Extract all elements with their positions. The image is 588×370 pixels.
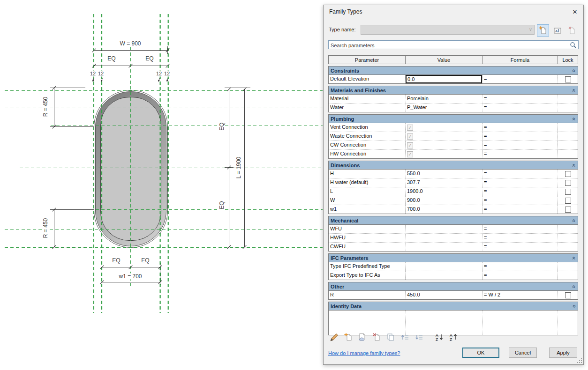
param-formula-cell[interactable]: = xyxy=(482,262,558,271)
param-formula-cell[interactable]: = xyxy=(482,187,558,196)
param-formula-cell[interactable]: = xyxy=(482,150,558,158)
param-formula-cell[interactable]: = xyxy=(482,205,558,214)
dimension-line-r-top[interactable] xyxy=(54,88,54,126)
reference-plane[interactable] xyxy=(5,229,323,230)
lock-checkbox[interactable] xyxy=(565,292,571,298)
collapse-icon[interactable]: « xyxy=(572,69,577,72)
lock-checkbox[interactable] xyxy=(565,198,571,204)
reference-plane[interactable] xyxy=(95,14,95,313)
param-lock-cell[interactable] xyxy=(558,132,578,141)
move-up-icon[interactable] xyxy=(400,332,410,342)
param-lock-cell[interactable] xyxy=(558,95,578,103)
section-header-constraints[interactable]: Constraints« xyxy=(329,67,578,75)
shared-parameter-icon[interactable] xyxy=(357,332,368,342)
reference-plane[interactable] xyxy=(51,126,323,126)
reference-plane[interactable] xyxy=(93,14,94,313)
param-value-cell[interactable]: ✓ xyxy=(406,123,482,132)
param-formula-cell[interactable]: = xyxy=(482,141,558,149)
reference-plane[interactable] xyxy=(167,14,167,313)
lock-checkbox[interactable] xyxy=(565,207,571,213)
param-formula-cell[interactable]: = xyxy=(482,196,558,205)
param-value-cell[interactable] xyxy=(406,271,482,280)
dim-label-eq[interactable]: EQ xyxy=(106,56,116,62)
param-value-cell[interactable]: P_Water xyxy=(406,104,482,112)
section-header-materials-and-finishes[interactable]: Materials and Finishes« xyxy=(329,86,578,95)
dimension-line-w1[interactable] xyxy=(102,282,160,282)
collapse-icon[interactable]: « xyxy=(572,163,577,167)
param-formula-cell[interactable]: = xyxy=(482,104,558,112)
param-formula-cell[interactable]: = xyxy=(482,170,558,178)
collapse-icon[interactable]: « xyxy=(572,219,577,222)
param-lock-cell[interactable] xyxy=(558,196,578,205)
dim-label-eq[interactable]: EQ xyxy=(111,258,121,264)
param-formula-cell[interactable]: = W / 2 xyxy=(482,291,558,299)
lock-checkbox[interactable] xyxy=(565,180,571,186)
reference-plane[interactable] xyxy=(5,90,323,91)
param-formula-cell[interactable]: = xyxy=(482,225,558,233)
section-header-ifc-parameters[interactable]: IFC Parameters« xyxy=(329,254,578,262)
param-formula-cell[interactable]: = xyxy=(482,75,558,83)
cancel-button[interactable]: Cancel xyxy=(509,348,537,358)
checked-checkbox[interactable]: ✓ xyxy=(407,125,413,131)
param-value-cell[interactable] xyxy=(406,262,482,271)
dim-label-eq[interactable]: EQ xyxy=(144,56,154,62)
search-parameters-box[interactable] xyxy=(328,40,579,49)
param-value-cell[interactable]: Porcelain xyxy=(406,95,482,103)
dim-label-eq[interactable]: EQ xyxy=(219,200,225,210)
collapse-icon[interactable]: « xyxy=(572,89,577,92)
sort-ascending-icon[interactable]: A Z xyxy=(434,332,445,342)
param-lock-cell[interactable] xyxy=(558,243,578,251)
reference-plane[interactable] xyxy=(5,108,323,108)
param-formula-cell[interactable]: = xyxy=(482,132,558,141)
expand-icon[interactable]: « xyxy=(572,304,577,308)
checked-checkbox[interactable]: ✓ xyxy=(407,142,413,148)
param-lock-cell[interactable] xyxy=(558,75,578,83)
reference-plane[interactable] xyxy=(168,14,169,313)
help-link[interactable]: How do I manage family types? xyxy=(328,350,400,356)
param-formula-cell[interactable]: = xyxy=(482,95,558,103)
param-lock-cell[interactable] xyxy=(558,141,578,149)
param-value-cell[interactable]: ✓ xyxy=(406,150,482,158)
delete-parameter-icon[interactable] xyxy=(371,332,382,342)
param-lock-cell[interactable] xyxy=(558,123,578,132)
type-name-dropdown[interactable]: ∨ xyxy=(361,25,535,35)
lock-checkbox[interactable] xyxy=(565,171,571,177)
apply-button[interactable]: Apply xyxy=(549,348,577,358)
param-lock-cell[interactable] xyxy=(558,291,578,299)
lock-checkbox[interactable] xyxy=(565,189,571,195)
bathtub-outline[interactable] xyxy=(94,90,168,248)
reference-plane[interactable] xyxy=(160,14,161,313)
param-value-cell[interactable]: ✓ xyxy=(406,132,482,141)
section-header-mechanical[interactable]: Mechanical« xyxy=(329,216,578,225)
param-formula-cell[interactable]: = xyxy=(482,178,558,187)
param-lock-cell[interactable] xyxy=(558,104,578,112)
lock-checkbox[interactable] xyxy=(565,76,571,82)
delete-type-button[interactable] xyxy=(565,24,578,37)
param-lock-cell[interactable] xyxy=(558,170,578,178)
move-down-icon[interactable] xyxy=(414,332,424,342)
reference-plane[interactable] xyxy=(103,14,103,313)
param-value-cell[interactable]: 307.7 xyxy=(406,178,482,187)
dim-label-gap[interactable]: 12 xyxy=(98,71,104,77)
reference-plane-center[interactable] xyxy=(20,168,323,168)
edit-parameter-icon[interactable] xyxy=(329,332,339,342)
dim-label-w[interactable]: W = 900 xyxy=(119,41,142,47)
duplicate-parameter-icon[interactable] xyxy=(385,332,396,342)
param-value-cell[interactable]: 1900.0 xyxy=(406,187,482,196)
collapse-icon[interactable]: « xyxy=(572,256,577,259)
search-input[interactable] xyxy=(330,41,566,49)
param-value-cell[interactable] xyxy=(406,243,482,251)
sort-descending-icon[interactable]: A Z xyxy=(448,332,459,342)
param-lock-cell[interactable] xyxy=(558,187,578,196)
section-header-plumbing[interactable]: Plumbing« xyxy=(329,115,578,123)
param-formula-cell[interactable]: = xyxy=(482,234,558,242)
param-value-cell[interactable]: ✓ xyxy=(406,141,482,149)
dim-label-gap[interactable]: 12 xyxy=(164,71,170,77)
checked-checkbox[interactable]: ✓ xyxy=(407,133,413,140)
param-formula-cell[interactable]: = xyxy=(482,271,558,280)
param-formula-cell[interactable]: = xyxy=(482,243,558,251)
dim-label-gap[interactable]: 12 xyxy=(90,71,96,77)
dimension-line-l[interactable] xyxy=(244,89,245,247)
collapse-icon[interactable]: « xyxy=(572,117,577,120)
new-parameter-icon[interactable] xyxy=(343,332,354,342)
